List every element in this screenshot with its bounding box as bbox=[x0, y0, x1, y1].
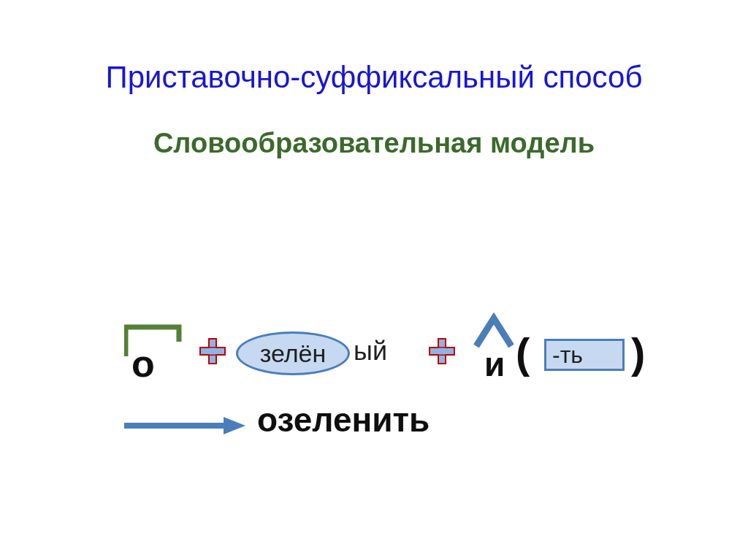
paren-open: ( bbox=[516, 329, 530, 377]
svg-marker-7 bbox=[224, 417, 245, 434]
infinitive-ending: -ть bbox=[552, 342, 583, 369]
adjective-ending: ый bbox=[354, 336, 387, 367]
prefix-morpheme: о bbox=[131, 342, 155, 386]
root-morpheme: зелён bbox=[260, 340, 327, 368]
svg-rect-5 bbox=[439, 348, 446, 355]
root-ellipse: зелён bbox=[236, 331, 350, 375]
page-title: Приставочно-суффиксальный способ bbox=[0, 60, 748, 95]
arrow-icon bbox=[123, 415, 247, 437]
plus-icon bbox=[199, 337, 226, 365]
plus-icon bbox=[428, 337, 456, 365]
page-subtitle: Словообразовательная модель bbox=[0, 128, 748, 159]
paren-close: ) bbox=[631, 329, 645, 377]
svg-rect-2 bbox=[210, 348, 216, 355]
infinitive-ending-box: -ть bbox=[544, 339, 625, 371]
result-word: озеленить bbox=[257, 400, 430, 440]
suffix-morpheme: и bbox=[484, 345, 505, 384]
